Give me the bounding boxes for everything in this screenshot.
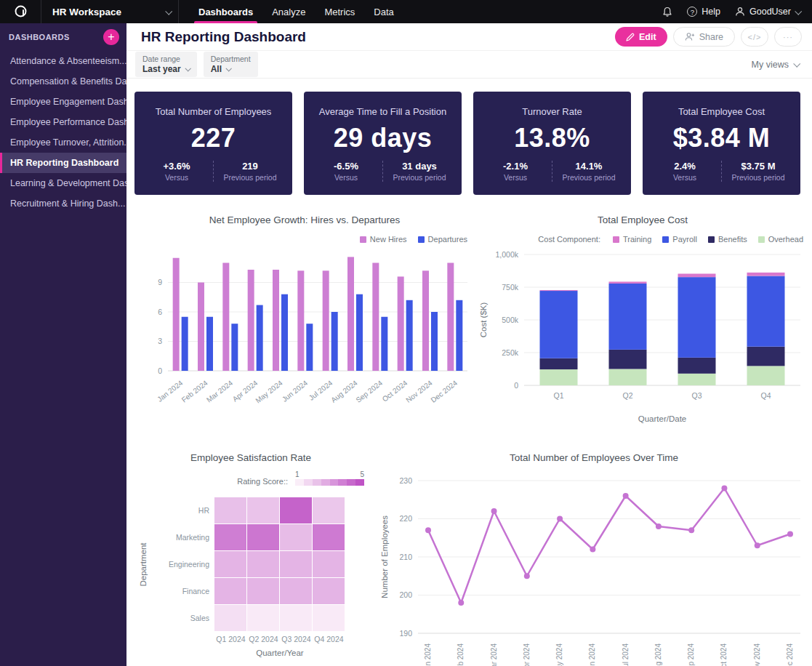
data-point[interactable] (656, 523, 662, 529)
employees-line-series[interactable] (428, 489, 790, 603)
bar-new-hires[interactable] (273, 270, 279, 371)
kpi-turnover-rate[interactable]: Turnover Rate 13.8% -2.1%Versus 14.1%Pre… (473, 92, 631, 195)
notifications-button[interactable] (662, 7, 672, 17)
stack-segment-overhead[interactable] (609, 369, 647, 386)
bar-new-hires[interactable] (398, 276, 404, 371)
heatmap-cell[interactable] (214, 524, 246, 550)
legend-item-departures[interactable]: Departures (418, 235, 467, 244)
bar-departures[interactable] (456, 300, 462, 371)
employees-over-time-plot[interactable]: 190200210220230Jan 2024Feb 2024Mar 2024A… (376, 473, 812, 666)
kpi-total-employees[interactable]: Total Number of Employees 227 +3.6%Versu… (134, 92, 292, 195)
satisfaction-heatmap-plot[interactable]: HRMarketingEngineeringFinanceSalesQ1 202… (134, 493, 367, 662)
heatmap-cell[interactable] (247, 551, 279, 577)
data-point[interactable] (721, 486, 727, 492)
kpi-total-cost[interactable]: Total Employee Cost $3.84 M 2.4%Versus $… (643, 92, 800, 195)
bar-new-hires[interactable] (198, 283, 204, 372)
embed-code-button[interactable]: </> (741, 27, 768, 47)
sidebar-item-engagement[interactable]: Employee Engagement Dash... (0, 92, 126, 112)
data-point[interactable] (787, 531, 793, 537)
date-range-filter[interactable]: Date range Last year (135, 52, 197, 77)
heatmap-cell[interactable] (313, 605, 345, 631)
user-menu[interactable]: GoodUser (735, 7, 800, 17)
legend-item-benefits[interactable]: Benefits (708, 235, 747, 244)
bar-departures[interactable] (306, 324, 313, 371)
data-point[interactable] (755, 542, 760, 548)
heatmap-cell[interactable] (247, 578, 279, 604)
data-point[interactable] (458, 600, 464, 606)
data-point[interactable] (491, 508, 497, 514)
bar-new-hires[interactable] (248, 270, 254, 371)
heatmap-cell[interactable] (214, 578, 246, 604)
share-button[interactable]: Share (673, 27, 735, 47)
stack-segment-training[interactable] (540, 290, 578, 291)
bar-new-hires[interactable] (323, 270, 329, 371)
stack-segment-payroll[interactable] (747, 276, 785, 347)
stack-segment-overhead[interactable] (747, 366, 785, 385)
heatmap-cell[interactable] (280, 497, 312, 523)
sidebar-item-learning[interactable]: Learning & Development Dash... (0, 173, 126, 193)
workspace-selector[interactable]: HR Workspace (41, 0, 179, 23)
sidebar-item-compensation[interactable]: Compensation & Benefits Dash... (0, 71, 126, 92)
heatmap-cell[interactable] (280, 578, 312, 604)
heatmap-cell[interactable] (247, 524, 279, 550)
legend-item-payroll[interactable]: Payroll (662, 235, 697, 244)
bar-departures[interactable] (281, 294, 288, 371)
tab-dashboards[interactable]: Dashboards (189, 0, 262, 23)
legend-item-overhead[interactable]: Overhead (758, 235, 803, 244)
heatmap-cell[interactable] (214, 551, 246, 577)
bar-departures[interactable] (257, 305, 263, 371)
bar-new-hires[interactable] (173, 258, 180, 371)
stack-segment-payroll[interactable] (678, 277, 716, 358)
bar-new-hires[interactable] (447, 263, 454, 372)
data-point[interactable] (688, 527, 694, 533)
bar-new-hires[interactable] (347, 257, 354, 371)
bar-departures[interactable] (431, 312, 438, 371)
bar-departures[interactable] (331, 312, 338, 371)
help-menu[interactable]: ? Help (687, 7, 720, 17)
my-views-dropdown[interactable]: My views (752, 60, 799, 70)
bar-new-hires[interactable] (422, 270, 429, 371)
department-filter[interactable]: Department All (204, 52, 258, 77)
heatmap-cell[interactable] (313, 524, 345, 550)
data-point[interactable] (590, 547, 595, 553)
employee-cost-chart-plot[interactable]: 0250k500k750k1,000kQ1Q2Q3Q4Quarter/DateC… (475, 249, 811, 429)
stack-segment-training[interactable] (609, 281, 647, 284)
kpi-time-to-fill[interactable]: Average Time to Fill a Position 29 days … (304, 92, 462, 195)
stack-segment-benefits[interactable] (747, 347, 785, 366)
bar-departures[interactable] (231, 324, 238, 371)
stack-segment-payroll[interactable] (609, 284, 647, 350)
stack-segment-training[interactable] (747, 273, 785, 276)
bar-new-hires[interactable] (297, 270, 304, 371)
heatmap-cell[interactable] (247, 605, 279, 631)
bar-departures[interactable] (206, 317, 213, 371)
stack-segment-benefits[interactable] (609, 350, 647, 369)
tab-analyze[interactable]: Analyze (262, 0, 315, 23)
bar-new-hires[interactable] (372, 263, 379, 372)
stack-segment-benefits[interactable] (540, 358, 578, 369)
heatmap-cell[interactable] (313, 578, 345, 604)
bar-departures[interactable] (182, 317, 188, 371)
heatmap-cell[interactable] (247, 497, 279, 523)
gooddata-logo[interactable] (0, 0, 41, 23)
bar-departures[interactable] (356, 294, 363, 371)
stack-segment-payroll[interactable] (540, 291, 578, 358)
data-point[interactable] (524, 573, 530, 579)
heatmap-cell[interactable] (280, 605, 312, 631)
heatmap-cell[interactable] (313, 497, 345, 523)
sidebar-item-hr-reporting[interactable]: HR Reporting Dashboard (0, 153, 126, 173)
sidebar-item-attendance[interactable]: Attendance & Absenteeism... (0, 51, 126, 71)
heatmap-cell[interactable] (280, 551, 312, 577)
data-point[interactable] (557, 516, 563, 522)
net-growth-chart-plot[interactable]: 0369Jan 2024Feb 2024Mar 2024Apr 2024May … (134, 249, 475, 409)
heatmap-cell[interactable] (214, 497, 246, 523)
sidebar-item-performance[interactable]: Employee Performance Dash... (0, 112, 126, 132)
heatmap-cell[interactable] (313, 551, 345, 577)
bar-new-hires[interactable] (222, 263, 229, 372)
bar-departures[interactable] (381, 317, 387, 371)
edit-button[interactable]: Edit (615, 27, 667, 47)
sidebar-item-turnover[interactable]: Employee Turnover, Attrition... (0, 132, 126, 153)
stack-segment-overhead[interactable] (678, 374, 716, 385)
data-point[interactable] (623, 493, 629, 499)
bar-departures[interactable] (406, 300, 413, 371)
stack-segment-training[interactable] (678, 273, 716, 277)
